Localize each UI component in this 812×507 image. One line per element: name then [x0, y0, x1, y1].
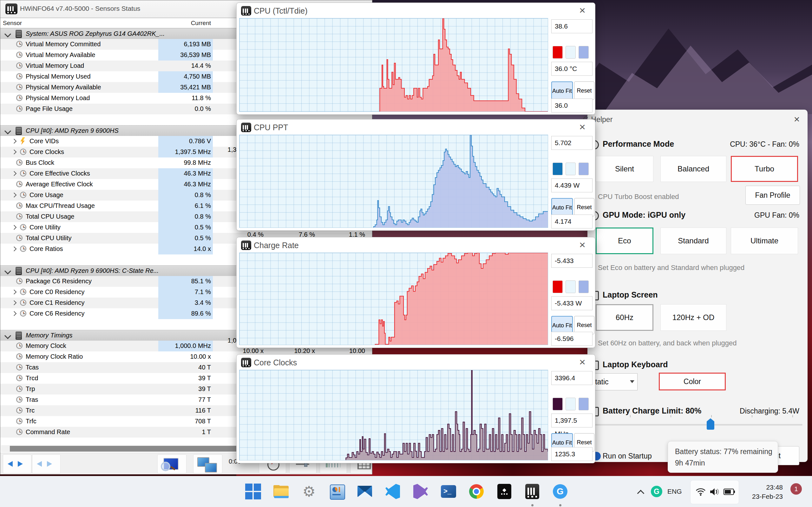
chip-icon	[15, 127, 22, 135]
clock-icon	[16, 364, 22, 371]
auto-fit-button[interactable]: Auto Fit	[551, 198, 573, 217]
close-icon[interactable]: ×	[575, 356, 589, 368]
graph-window-core-clocks: Core Clocks×3396.41,397.5 MHzAuto FitRes…	[236, 354, 595, 463]
chrome-taskbar-icon[interactable]	[468, 483, 485, 500]
vscode-taskbar-icon[interactable]	[385, 483, 401, 500]
chevron-down-icon[interactable]	[4, 268, 11, 274]
ghelper-taskbar-icon[interactable]: G	[552, 483, 568, 500]
clock-icon	[20, 149, 26, 155]
mountain-shape-light	[603, 38, 812, 114]
chevron-down-icon[interactable]	[630, 380, 635, 383]
graph-plot-area[interactable]	[239, 135, 548, 228]
expander-icon[interactable]	[12, 290, 17, 295]
magnifier-icon	[161, 462, 170, 471]
graph-plot-area[interactable]	[239, 370, 548, 460]
expander-icon[interactable]	[12, 300, 17, 305]
battery-limit-slider-track[interactable]	[590, 424, 803, 426]
language-indicator[interactable]: ENG	[667, 488, 682, 495]
grid-color-swatch[interactable]	[578, 46, 589, 59]
fan-profile-button[interactable]: Fan Profile	[745, 186, 800, 205]
column-header-sensor[interactable]: Sensor	[3, 20, 22, 26]
battery-limit-slider-handle[interactable]	[707, 418, 714, 430]
series-color-swatch[interactable]	[553, 398, 563, 410]
refresh-120hz-button[interactable]: 120Hz + OD	[660, 304, 726, 331]
grid-color-swatch[interactable]	[578, 398, 589, 410]
series-color-swatch[interactable]	[553, 163, 563, 175]
taskbar-clock[interactable]: 23:48 23-Feb-23	[739, 483, 783, 501]
tray-chevron-up-icon[interactable]	[637, 490, 645, 497]
close-icon[interactable]: ×	[791, 113, 803, 125]
mode-silent-button[interactable]: Silent	[596, 156, 653, 182]
close-icon[interactable]: ×	[575, 239, 589, 251]
column-header-current[interactable]: Current	[160, 20, 211, 26]
collapse-arrows-button[interactable]	[32, 454, 61, 473]
series-color-swatch[interactable]	[553, 280, 563, 293]
sensor-current-value: 708 T	[159, 418, 211, 425]
expander-icon[interactable]	[12, 246, 17, 251]
powershell-taskbar-icon[interactable]: >_	[440, 483, 457, 500]
arrow-right-icon	[18, 461, 23, 467]
network-monitors-button[interactable]	[193, 454, 222, 473]
clock-icon	[20, 224, 26, 230]
hwinfo-taskbar-icon[interactable]	[524, 483, 541, 500]
mail-taskbar-icon[interactable]	[357, 483, 373, 500]
explorer-taskbar-icon[interactable]	[273, 483, 289, 500]
graph-plot-area[interactable]	[239, 18, 548, 112]
close-icon[interactable]: ×	[575, 4, 589, 16]
magnifier-monitor-button[interactable]	[157, 454, 187, 473]
vstudio-taskbar-icon[interactable]	[412, 483, 429, 500]
refresh-60hz-button[interactable]: 60Hz	[596, 304, 653, 331]
slider-tick	[752, 415, 752, 417]
notification-badge[interactable]: 1	[791, 483, 802, 495]
expander-icon[interactable]	[12, 311, 17, 316]
close-icon[interactable]: ×	[575, 121, 589, 133]
expander-icon[interactable]	[12, 193, 17, 198]
graph-title: Core Clocks	[254, 358, 297, 367]
sensor-current-value: 46.3 MHz	[159, 181, 211, 188]
background-color-swatch[interactable]	[565, 398, 576, 410]
sensor-label: Memory Clock	[26, 342, 66, 349]
expander-icon[interactable]	[12, 150, 17, 155]
mode-turbo-button[interactable]: Turbo	[731, 156, 798, 182]
chevron-down-icon[interactable]	[4, 31, 11, 38]
grammarly-tray-icon[interactable]: G	[651, 486, 662, 497]
sensor-label: Core Usage	[30, 191, 63, 199]
background-color-swatch[interactable]	[565, 280, 576, 293]
tooltip-line1: Battery status: 77% remaining	[675, 446, 778, 457]
gpu-eco-button[interactable]: Eco	[596, 228, 653, 254]
series-color-swatch[interactable]	[553, 46, 563, 59]
reset-button[interactable]: Reset	[574, 198, 595, 216]
expander-icon[interactable]	[12, 171, 17, 176]
expander-icon[interactable]	[12, 139, 17, 144]
gpu-ultimate-button[interactable]: Ultimate	[731, 228, 798, 254]
grid-color-swatch[interactable]	[578, 280, 589, 293]
graph-title: CPU (Tctl/Tdie)	[254, 6, 307, 15]
chevron-down-icon[interactable]	[4, 332, 11, 339]
settings-taskbar-icon[interactable]: ⚙	[301, 483, 317, 500]
performance-mode-heading: Performance Mode	[603, 139, 674, 149]
reset-button[interactable]: Reset	[574, 81, 595, 100]
slider-tick	[792, 415, 793, 417]
tray-status-pill[interactable]	[690, 480, 739, 504]
graph-color-swatches	[553, 163, 589, 175]
background-color-swatch[interactable]	[565, 46, 576, 59]
background-color-swatch[interactable]	[565, 163, 576, 175]
blackbox-taskbar-icon[interactable]	[496, 483, 513, 500]
mode-balanced-button[interactable]: Balanced	[660, 156, 726, 182]
expander-icon[interactable]	[12, 225, 17, 230]
expand-arrows-button[interactable]	[3, 454, 32, 473]
gpu-standard-button[interactable]: Standard	[660, 228, 726, 254]
keyboard-color-button[interactable]: Color	[659, 373, 726, 390]
start-taskbar-icon[interactable]	[245, 483, 261, 500]
sensors-taskbar-icon[interactable]	[328, 483, 345, 500]
hwinfo-app-icon	[241, 123, 251, 132]
grid-color-swatch[interactable]	[578, 163, 589, 175]
clock-icon	[20, 245, 26, 252]
chevron-down-icon[interactable]	[4, 128, 11, 134]
graph-buttons: Auto FitReset	[551, 198, 595, 217]
auto-fit-button[interactable]: Auto Fit	[551, 81, 573, 101]
graph-plot-area[interactable]	[239, 252, 548, 345]
graph-min-value: -6.596	[551, 332, 593, 346]
sensor-label: Core C0 Residency	[30, 288, 84, 296]
laptop-keyboard-heading: Laptop Keyboard	[603, 360, 668, 369]
